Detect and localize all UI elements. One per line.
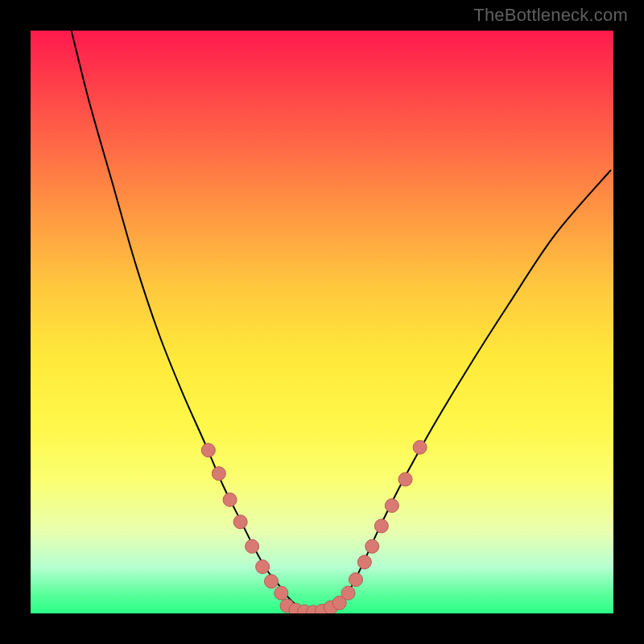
data-dot [413, 440, 427, 454]
data-dot [265, 575, 279, 588]
curve-layer [31, 31, 613, 613]
data-dots [201, 440, 427, 613]
data-dot [365, 539, 379, 553]
data-dot [385, 499, 398, 513]
data-dot [223, 493, 237, 506]
data-dot [341, 586, 355, 600]
data-dot [246, 539, 259, 553]
data-dot [201, 444, 215, 457]
data-dot [212, 467, 225, 481]
data-dot [349, 573, 362, 587]
bottleneck-curve [72, 31, 611, 613]
data-dot [357, 555, 371, 569]
plot-area [31, 31, 613, 613]
data-dot [398, 473, 412, 486]
data-dot [374, 519, 388, 533]
chart-frame: TheBottleneck.com [0, 0, 644, 644]
data-dot [256, 560, 270, 574]
watermark-label: TheBottleneck.com [473, 5, 628, 26]
data-dot [233, 515, 247, 529]
data-dot [275, 586, 288, 600]
